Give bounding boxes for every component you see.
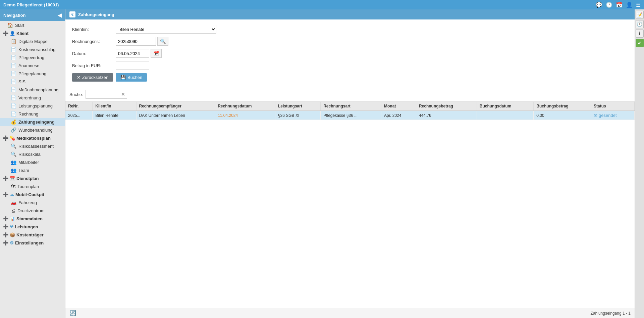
sidebar-item-label: Anamnese (18, 63, 39, 68)
right-info-btn[interactable]: ℹ (636, 30, 644, 38)
sidebar-item-stammdaten[interactable]: ➕ 📊 Stammdaten (0, 215, 65, 223)
sidebar: Navigation ◀ 🏠 Start ➕ 👤 Klient 📋 Digita… (0, 9, 65, 318)
sidebar-item-klient[interactable]: ➕ 👤 Klient (0, 29, 65, 37)
sidebar-item-label: Digitale Mappe (18, 39, 48, 44)
klient-select[interactable]: Bilen Renate (116, 25, 216, 34)
app-title: Demo Pflegedienst (10001) (3, 2, 59, 7)
sidebar-item-einstellungen[interactable]: ➕ ⚙ Einstellungen (0, 239, 65, 247)
table-row[interactable]: 2025... Bilen Renate DAK Unternehmen Leb… (65, 111, 635, 120)
right-note-btn[interactable]: 📝 (636, 11, 644, 19)
cell-leistungsart: §36 SGB XI (275, 111, 320, 120)
sidebar-item-label: Risikoskala (18, 152, 41, 157)
betrag-label: Betrag in EUR: (72, 63, 116, 68)
rechnungsnr-search-btn[interactable]: 🔍 (157, 37, 168, 46)
druckzentrum-icon: 🖨 (11, 208, 15, 213)
team-icon: 👥 (11, 168, 16, 173)
sent-icon: ✉ (594, 113, 597, 118)
col-renr: ReNr. (65, 102, 93, 111)
sidebar-item-risikoassessment[interactable]: 🔍 Risikoassessment (0, 142, 65, 150)
sidebar-collapse-btn[interactable]: ◀ (58, 12, 62, 18)
sidebar-item-leistungsplanung[interactable]: 📄 Leistungsplanung (0, 102, 65, 110)
sidebar-item-label: Verordnung (18, 95, 41, 100)
sidebar-item-massnahmenplanung[interactable]: 📄 Maßnahmenplanung (0, 86, 65, 94)
table-header-row: ReNr. Klient/in Rechnungsempfänger Rechn… (65, 102, 635, 111)
sidebar-item-kostentraeger[interactable]: ➕ 📦 Kostenträger (0, 231, 65, 239)
sidebar-item-pflegeplanung[interactable]: 📄 Pflegeplanung (0, 70, 65, 78)
table-area: ReNr. Klient/in Rechnungsempfänger Rechn… (65, 102, 635, 308)
dienstplan-label: Dienstplan (16, 176, 39, 181)
sidebar-item-dienstplan[interactable]: ➕ 📅 Dienstplan (0, 174, 65, 182)
sidebar-item-verordnung[interactable]: 📄 Verordnung (0, 94, 65, 102)
content-title: Zahlungseingang (78, 12, 114, 17)
sent-label: gesendet (599, 113, 617, 118)
reset-button[interactable]: ✕ Zurücksetzen (72, 73, 113, 82)
medikationsplan-label: Medikationsplan (16, 136, 51, 141)
sidebar-item-rechnung[interactable]: 📄 Rechnung (0, 110, 65, 118)
book-icon: 💾 (120, 75, 126, 80)
sidebar-item-label: Kostenvoranschlag (18, 47, 56, 52)
sidebar-item-team[interactable]: 👥 Team (0, 166, 65, 174)
mobil-expand-icon: ➕ (3, 192, 8, 197)
verordnung-icon: 📄 (11, 95, 16, 100)
col-leistungsart: Leistungsart (275, 102, 320, 111)
start-icon: 🏠 (7, 22, 13, 28)
sidebar-item-digitale-mappe[interactable]: 📋 Digitale Mappe (0, 37, 65, 45)
history-icon[interactable]: 🕐 (606, 2, 612, 8)
rechnungsnr-group: 20250090 🔍 (116, 37, 168, 46)
datum-input[interactable]: 06.05.2024 (116, 49, 149, 58)
mitarbeiter-icon: 👥 (11, 160, 16, 165)
klient-label: Klient/in: (72, 27, 116, 32)
sidebar-item-risikoskala[interactable]: 🔍 Risikoskala (0, 150, 65, 158)
sidebar-item-pflegevertrag[interactable]: 📄 Pflegevertrag (0, 53, 65, 61)
calendar-icon[interactable]: 📅 (616, 2, 623, 8)
content-header: € Zahlungseingang (65, 9, 635, 19)
right-check-btn[interactable]: ✔ (636, 39, 644, 47)
betrag-input[interactable] (116, 61, 149, 70)
search-area: Suche: ✕ (65, 87, 635, 102)
klient-label: Klient (16, 31, 29, 36)
sis-icon: 📄 (11, 79, 16, 84)
search-input[interactable] (86, 90, 119, 98)
status-sent: ✉ gesendet (594, 113, 632, 118)
sidebar-item-fahrzeug[interactable]: 🚗 Fahrzeug (0, 198, 65, 207)
klient-expand-icon: ➕ (3, 31, 8, 36)
cell-rechnungsbetrag: 444,76 (416, 111, 477, 120)
chat-icon[interactable]: 💬 (596, 2, 602, 8)
sidebar-item-druckzentrum[interactable]: 🖨 Druckzentrum (0, 207, 65, 215)
book-button[interactable]: 💾 Buchen (116, 73, 147, 82)
sidebar-item-zahlungseingang[interactable]: 💰 Zahlungseingang (0, 118, 65, 126)
sidebar-item-mobil-cockpit[interactable]: ➕ ☁ Mobil-Cockpit (0, 190, 65, 198)
datum-calendar-btn[interactable]: 📅 (151, 49, 162, 58)
user-icon[interactable]: 👤 (626, 2, 633, 8)
data-table: ReNr. Klient/in Rechnungsempfänger Rechn… (65, 102, 635, 120)
refresh-btn[interactable]: 🔄 (69, 310, 76, 316)
col-monat: Monat (381, 102, 416, 111)
search-clear-btn[interactable]: ✕ (119, 91, 127, 98)
sidebar-item-tourenplan[interactable]: 🗺 Tourenplan (0, 182, 65, 190)
stammdaten-label: Stammdaten (16, 216, 43, 221)
cell-rechnungsart: Pflegekasse §36 ... (321, 111, 381, 120)
leistungen-icon: ❤ (10, 224, 13, 229)
rechnungsnr-row: Rechnungsnr.: 20250090 🔍 (72, 37, 628, 46)
sidebar-item-mitarbeiter[interactable]: 👥 Mitarbeiter (0, 158, 65, 166)
sidebar-item-label: Rechnung (18, 111, 38, 117)
sidebar-item-wundbehandlung[interactable]: 🔗 Wundbehandlung (0, 126, 65, 134)
reset-icon: ✕ (77, 75, 80, 80)
sidebar-item-anamnese[interactable]: 📄 Anamnese (0, 61, 65, 70)
sidebar-item-kostenvoranschlag[interactable]: 📄 Kostenvoranschlag (0, 45, 65, 53)
klient-icon: 👤 (10, 31, 15, 36)
sidebar-title: Navigation (3, 13, 25, 18)
rechnungsnr-input[interactable]: 20250090 (116, 37, 156, 46)
right-history-btn[interactable]: 🕐 (636, 20, 644, 28)
col-rechnungsbetrag: Rechnungsbetrag (416, 102, 477, 111)
sidebar-item-medikationsplan[interactable]: ➕ 💊 Medikationsplan (0, 134, 65, 142)
sidebar-item-leistungen[interactable]: ➕ ❤ Leistungen (0, 223, 65, 231)
cell-monat: Apr. 2024 (381, 111, 416, 120)
search-input-wrap: ✕ (86, 90, 127, 99)
menu-icon[interactable]: ☰ (636, 2, 641, 8)
sidebar-item-label: SIS (18, 79, 25, 84)
sidebar-item-start[interactable]: 🏠 Start (0, 21, 65, 29)
col-buchungsbetrag: Buchungsbetrag (534, 102, 591, 111)
digitale-mappe-icon: 📋 (11, 39, 16, 44)
sidebar-item-sis[interactable]: 📄 SIS (0, 78, 65, 86)
